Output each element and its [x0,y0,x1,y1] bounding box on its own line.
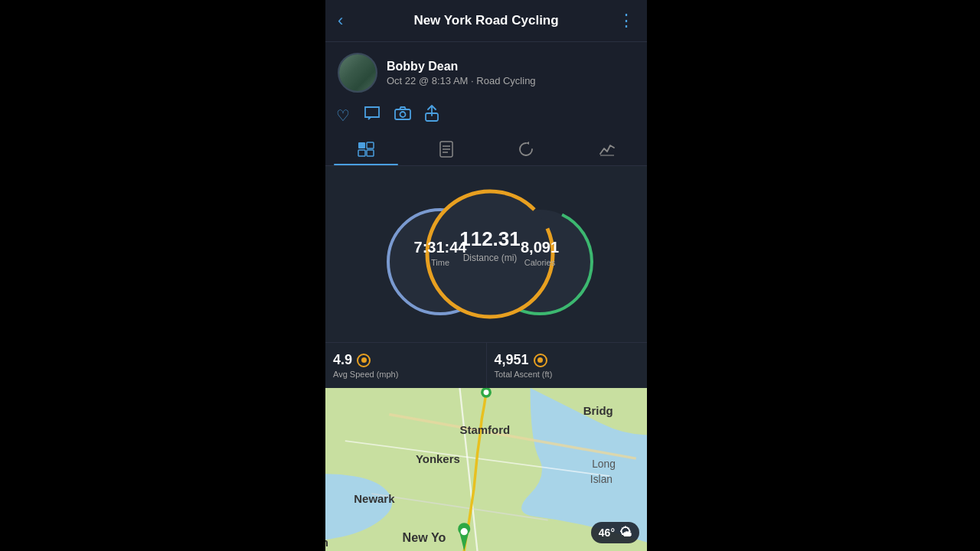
tabs-row [325,133,647,166]
total-ascent-label: Total Ascent (ft) [495,370,553,379]
profile-row: Bobby Dean Oct 22 @ 8:13 AM · Road Cycli… [325,42,647,100]
svg-point-25 [461,528,468,535]
svg-rect-6 [367,150,374,156]
camera-icon[interactable] [394,106,411,124]
svg-rect-5 [358,150,365,156]
svg-text:Newark: Newark [354,492,395,505]
tab-laps[interactable] [486,133,567,165]
avg-speed-value: 4.9 [333,352,352,368]
map-area[interactable]: Stamford Yonkers Newark New Yo Bridg Lon… [325,388,647,551]
svg-text:New Yo: New Yo [403,530,446,544]
svg-text:Islan: Islan [590,473,612,485]
svg-point-1 [400,112,406,117]
tab-segments[interactable] [406,133,486,165]
tab-charts[interactable] [567,133,647,165]
svg-point-24 [484,390,489,395]
svg-rect-0 [395,109,410,119]
avatar[interactable] [338,53,377,93]
profile-meta: Oct 22 @ 8:13 AM · Road Cycling [387,75,536,86]
total-ascent-stat: 4,951 Total Ascent (ft) [487,343,648,388]
circles-container: 7:31:44 Time 112.31 Distance (mi) 8,091 … [341,181,632,334]
total-ascent-value: 4,951 [495,352,529,368]
temperature: 46° [599,527,615,539]
avg-speed-label: Avg Speed (mph) [333,370,398,379]
svg-text:Yonkers: Yonkers [416,452,460,465]
action-row: ♡ [325,100,647,133]
share-icon[interactable] [425,105,439,126]
back-button[interactable]: ‹ [338,11,361,31]
svg-text:Stamford: Stamford [459,423,510,436]
app-panel: ‹ New York Road Cycling ⋮ Bobby Dean Oct… [325,0,647,551]
svg-text:Long: Long [592,458,616,470]
avg-speed-stat: 4.9 Avg Speed (mph) [325,343,487,388]
like-icon[interactable]: ♡ [336,106,350,125]
total-ascent-badge [534,354,547,367]
avg-speed-badge [357,354,371,367]
stats-area: 7:31:44 Time 112.31 Distance (mi) 8,091 … [325,166,647,342]
calories-circle: 8,091 Calories [488,239,592,267]
profile-info: Bobby Dean Oct 22 @ 8:13 AM · Road Cycli… [387,60,536,86]
calories-label: Calories [488,258,592,267]
weather-badge: 46° 🌤 [591,522,639,543]
calories-value: 8,091 [488,239,592,256]
secondary-stats: 4.9 Avg Speed (mph) 4,951 Total Ascent (… [325,342,647,388]
more-options-button[interactable]: ⋮ [612,11,635,31]
svg-text:own: own [325,536,328,549]
header: ‹ New York Road Cycling ⋮ [325,0,647,42]
right-background [647,0,980,551]
tab-overview[interactable] [325,133,406,165]
svg-rect-3 [358,142,365,148]
svg-rect-4 [367,142,374,148]
weather-icon: 🌤 [619,526,632,540]
avatar-image [339,54,376,91]
page-title: New York Road Cycling [361,13,612,28]
comment-icon[interactable] [364,106,381,125]
svg-text:Bridg: Bridg [583,404,613,417]
profile-name: Bobby Dean [387,60,536,73]
left-background [0,0,325,551]
